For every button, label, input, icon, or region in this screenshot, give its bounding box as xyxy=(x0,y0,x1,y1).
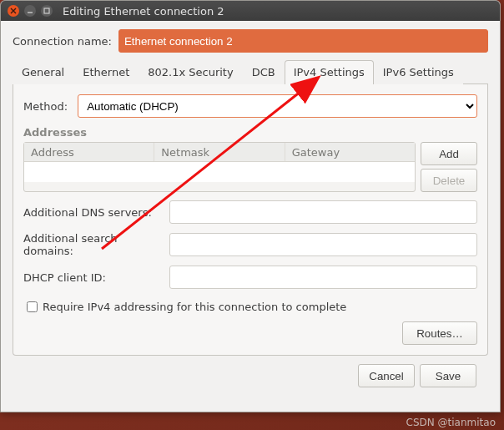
dns-input[interactable] xyxy=(169,200,477,224)
watermark: CSDN @tianmitao xyxy=(406,417,496,428)
save-button[interactable]: Save xyxy=(420,364,476,387)
dhcp-client-id-label: DHCP client ID: xyxy=(23,271,169,284)
col-address: Address xyxy=(24,143,154,161)
titlebar: Editing Ethernet connection 2 xyxy=(1,1,500,21)
col-netmask: Netmask xyxy=(154,143,285,161)
dhcp-client-id-input[interactable] xyxy=(169,266,477,289)
col-gateway: Gateway xyxy=(285,143,415,161)
require-ipv4-checkbox[interactable] xyxy=(27,301,38,312)
network-editor-window: Editing Ethernet connection 2 Connection… xyxy=(0,0,501,412)
tab-8021x-security[interactable]: 802.1x Security xyxy=(139,60,242,84)
tab-ethernet[interactable]: Ethernet xyxy=(73,60,139,84)
addresses-body xyxy=(24,162,415,182)
maximize-icon[interactable] xyxy=(41,5,53,17)
delete-button: Delete xyxy=(421,169,477,192)
tab-bar: General Ethernet 802.1x Security DCB IPv… xyxy=(13,59,488,84)
search-domains-label: Additional search domains: xyxy=(23,232,169,257)
routes-button[interactable]: Routes… xyxy=(402,321,477,345)
search-domains-input[interactable] xyxy=(169,233,477,256)
svg-rect-0 xyxy=(44,8,49,13)
dns-label: Additional DNS servers: xyxy=(23,206,169,219)
close-icon[interactable] xyxy=(8,5,19,17)
require-ipv4-label: Require IPv4 addressing for this connect… xyxy=(43,301,346,313)
ipv4-panel: Method: Automatic (DHCP) Addresses Addre… xyxy=(13,84,488,356)
method-label: Method: xyxy=(23,100,68,113)
window-title: Editing Ethernet connection 2 xyxy=(53,5,224,18)
addresses-heading: Addresses xyxy=(23,126,477,139)
cancel-button[interactable]: Cancel xyxy=(358,364,415,387)
tab-ipv6-settings[interactable]: IPv6 Settings xyxy=(374,60,463,84)
connection-name-input[interactable] xyxy=(118,29,488,53)
method-select[interactable]: Automatic (DHCP) xyxy=(78,94,477,118)
tab-dcb[interactable]: DCB xyxy=(243,60,285,84)
add-button[interactable]: Add xyxy=(421,142,477,165)
addresses-table[interactable]: Address Netmask Gateway xyxy=(23,142,416,192)
tab-general[interactable]: General xyxy=(13,60,73,84)
connection-name-label: Connection name: xyxy=(13,35,112,48)
minimize-icon[interactable] xyxy=(24,5,36,17)
tab-ipv4-settings[interactable]: IPv4 Settings xyxy=(285,60,374,84)
